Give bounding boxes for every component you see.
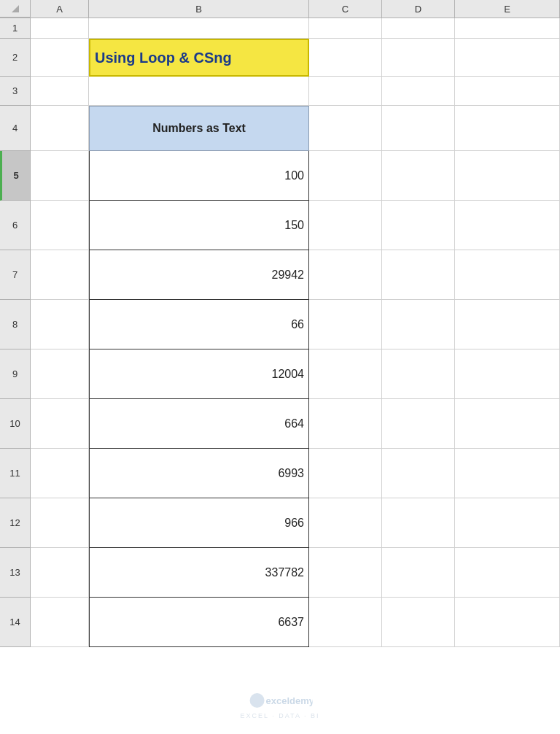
cell-a11[interactable] [31, 449, 89, 498]
cell-d13[interactable] [382, 548, 455, 598]
cell-c6[interactable] [309, 201, 382, 250]
cell-a9[interactable] [31, 349, 89, 399]
cell-d12[interactable] [382, 498, 455, 548]
row-num-11[interactable]: 11 [0, 449, 31, 498]
row-num-4[interactable]: 4 [0, 106, 31, 151]
cell-a10[interactable] [31, 399, 89, 449]
cell-c14[interactable] [309, 598, 382, 647]
cell-c9[interactable] [309, 349, 382, 399]
cell-b7[interactable]: 29942 [89, 250, 309, 300]
col-header-c[interactable]: C [309, 0, 382, 18]
cell-d8[interactable] [382, 300, 455, 349]
grid-row-11: 6993 [31, 449, 560, 498]
cell-e7[interactable] [455, 250, 560, 300]
row-num-12[interactable]: 12 [0, 498, 31, 548]
cell-b1[interactable] [89, 18, 309, 39]
cell-e13[interactable] [455, 548, 560, 598]
row-num-3[interactable]: 3 [0, 77, 31, 106]
cell-e11[interactable] [455, 449, 560, 498]
data-value-2: 150 [284, 219, 304, 232]
cell-c11[interactable] [309, 449, 382, 498]
col-header-b[interactable]: B [89, 0, 309, 18]
corner-cell [0, 0, 31, 18]
grid-row-10: 664 [31, 399, 560, 449]
cell-c2[interactable] [309, 39, 382, 77]
cell-b2[interactable]: Using Loop & CSng [89, 39, 309, 77]
row-num-5[interactable]: 5 [0, 151, 31, 201]
cell-b5[interactable]: 100 [89, 151, 309, 201]
row-num-6[interactable]: 6 [0, 201, 31, 250]
col-header-a[interactable]: A [31, 0, 89, 18]
cell-c13[interactable] [309, 548, 382, 598]
cell-d6[interactable] [382, 201, 455, 250]
cell-b13[interactable]: 337782 [89, 548, 309, 598]
col-header-d[interactable]: D [382, 0, 455, 18]
row-num-14[interactable]: 14 [0, 598, 31, 647]
grid-row-7: 29942 [31, 250, 560, 300]
cell-e6[interactable] [455, 201, 560, 250]
row-num-7[interactable]: 7 [0, 250, 31, 300]
cell-a3[interactable] [31, 77, 89, 106]
cell-e4[interactable] [455, 106, 560, 151]
cell-e10[interactable] [455, 399, 560, 449]
cell-b12[interactable]: 966 [89, 498, 309, 548]
cell-b8[interactable]: 66 [89, 300, 309, 349]
row-num-9[interactable]: 9 [0, 349, 31, 399]
cell-d7[interactable] [382, 250, 455, 300]
cell-d4[interactable] [382, 106, 455, 151]
cell-a14[interactable] [31, 598, 89, 647]
cell-b4-header[interactable]: Numbers as Text [89, 106, 309, 151]
cell-b9[interactable]: 12004 [89, 349, 309, 399]
cell-e9[interactable] [455, 349, 560, 399]
cell-a1[interactable] [31, 18, 89, 39]
cell-d2[interactable] [382, 39, 455, 77]
cell-a5[interactable] [31, 151, 89, 201]
cell-c7[interactable] [309, 250, 382, 300]
row-num-1[interactable]: 1 [0, 18, 31, 39]
cell-b6[interactable]: 150 [89, 201, 309, 250]
cell-d3[interactable] [382, 77, 455, 106]
cell-a13[interactable] [31, 548, 89, 598]
row-num-10[interactable]: 10 [0, 399, 31, 449]
cell-d5[interactable] [382, 151, 455, 201]
cell-a4[interactable] [31, 106, 89, 151]
grid-row-4: Numbers as Text [31, 106, 560, 151]
cell-d10[interactable] [382, 399, 455, 449]
title-text: Using Loop & CSng [95, 50, 232, 66]
row-num-13[interactable]: 13 [0, 548, 31, 598]
cell-e12[interactable] [455, 498, 560, 548]
cell-a2[interactable] [31, 39, 89, 77]
cell-b14[interactable]: 6637 [89, 598, 309, 647]
cell-e1[interactable] [455, 18, 560, 39]
cell-c5[interactable] [309, 151, 382, 201]
cell-c10[interactable] [309, 399, 382, 449]
cell-e3[interactable] [455, 77, 560, 106]
cell-c3[interactable] [309, 77, 382, 106]
cell-c4[interactable] [309, 106, 382, 151]
grid-row-13: 337782 [31, 548, 560, 598]
cell-c12[interactable] [309, 498, 382, 548]
cell-d1[interactable] [382, 18, 455, 39]
cell-b10[interactable]: 664 [89, 399, 309, 449]
cell-e8[interactable] [455, 300, 560, 349]
col-header-e[interactable]: E [455, 0, 560, 18]
cell-a6[interactable] [31, 201, 89, 250]
cell-b3[interactable] [89, 77, 309, 106]
data-value-6: 664 [284, 417, 304, 430]
cell-b11[interactable]: 6993 [89, 449, 309, 498]
cell-a7[interactable] [31, 250, 89, 300]
cell-a8[interactable] [31, 300, 89, 349]
cell-e2[interactable] [455, 39, 560, 77]
cell-d11[interactable] [382, 449, 455, 498]
cell-c8[interactable] [309, 300, 382, 349]
row-num-2[interactable]: 2 [0, 39, 31, 77]
data-value-3: 29942 [272, 269, 305, 282]
cell-d9[interactable] [382, 349, 455, 399]
cell-c1[interactable] [309, 18, 382, 39]
grid-row-9: 12004 [31, 349, 560, 399]
cell-e5[interactable] [455, 151, 560, 201]
cell-d14[interactable] [382, 598, 455, 647]
cell-a12[interactable] [31, 498, 89, 548]
cell-e14[interactable] [455, 598, 560, 647]
row-num-8[interactable]: 8 [0, 300, 31, 349]
